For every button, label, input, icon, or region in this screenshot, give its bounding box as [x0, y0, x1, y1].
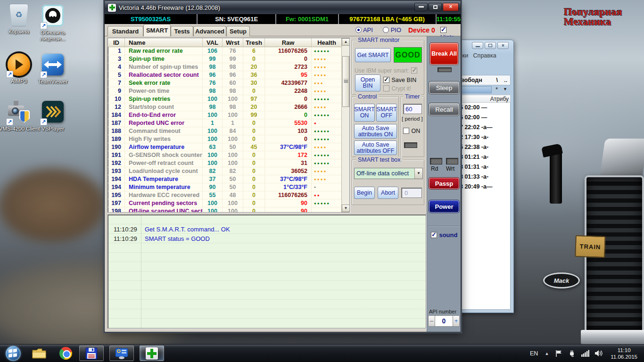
sleep-button[interactable]: Sleep	[429, 82, 459, 94]
file-row[interactable]: 15 02:00 —	[455, 113, 510, 123]
autosave-off-button[interactable]: Auto Save attributes OFF	[354, 140, 397, 155]
open-bin-button[interactable]: Open BIN	[355, 74, 380, 91]
minimize-button[interactable]	[472, 42, 483, 49]
timer-on-checkbox[interactable]: ON	[403, 126, 420, 135]
table-row[interactable]: 3Spin-up time999900●●●●	[108, 55, 349, 63]
hidden-icons-arrow-icon[interactable]: ▲	[545, 351, 549, 356]
autosave-on-button[interactable]: Auto Save attributes ON	[354, 124, 397, 139]
title-bar[interactable]: Victoria 4.46b Freeware (12.08.2008) ×	[105, 1, 461, 14]
tab-setup[interactable]: Setup	[226, 26, 250, 36]
passp-button[interactable]: Passp	[429, 178, 459, 189]
table-row[interactable]: 194Minimum temperature905001°C/33°F-	[108, 183, 349, 191]
tab-standard[interactable]: Standard	[107, 26, 143, 36]
smart-on-button[interactable]: SMART ON	[354, 104, 375, 122]
save-bin-checkbox[interactable]: Save BIN	[383, 75, 416, 84]
table-row[interactable]: 188Command timeout100840103●●●●●	[108, 127, 349, 135]
table-row[interactable]: 9Power-on time989802248●●●●	[108, 87, 349, 95]
table-row[interactable]: 10Spin-up retries100100970●●●●●	[108, 95, 349, 103]
radio-api[interactable]: API	[355, 26, 373, 33]
file-row[interactable]: 02 17:30 -а-	[455, 132, 510, 142]
table-row[interactable]: 192Power-off retract count100100031●●●●●	[108, 159, 349, 167]
taskbar-panel-app-button[interactable]	[109, 346, 134, 361]
table-row[interactable]: 189High Fly writes10010000●●●●●	[108, 135, 349, 143]
sound-checkbox[interactable]: sound	[431, 230, 457, 239]
break-all-button[interactable]: Break All	[430, 43, 458, 65]
table-row[interactable]: 198Off-line scanned UNC sectors100100090	[108, 207, 349, 213]
taskbar-chrome-button[interactable]	[58, 346, 74, 362]
table-row[interactable]: 7Seek error rate76603042339677●●●	[108, 79, 349, 87]
tray-clock[interactable]: 11:10 11.06.2015	[611, 347, 637, 360]
recall-button[interactable]: Recall	[429, 103, 459, 115]
table-scrollbar[interactable]: ▲ ▼	[341, 38, 349, 212]
abort-button[interactable]: Abort	[378, 187, 398, 199]
table-row[interactable]: 193Load/unload cycle count8282036052●●●●	[108, 167, 349, 175]
ibm-smart-checkbox[interactable]: Use IBM super smart:	[355, 66, 417, 74]
read-indicator	[430, 158, 442, 165]
up-dir-label[interactable]: ..	[504, 77, 507, 83]
column-header[interactable]: Health	[312, 38, 342, 47]
file-row[interactable]: 13 20:49 -а—	[455, 182, 510, 192]
scroll-down-icon[interactable]: ▼	[342, 205, 350, 212]
maximize-button[interactable]	[485, 42, 496, 49]
column-header[interactable]: VAL	[203, 38, 223, 47]
file-row[interactable]: 08 01:21 -а-	[455, 152, 510, 162]
file-row[interactable]: 08 01:33 -а-	[455, 172, 510, 182]
radio-pio[interactable]: PIO	[383, 26, 401, 33]
column-header[interactable]: Tresh	[243, 38, 265, 47]
file-row[interactable]: 07 22:02 -а—	[455, 123, 510, 132]
tab-tests[interactable]: Tests	[171, 26, 193, 36]
get-smart-button[interactable]: Get SMART	[355, 48, 391, 62]
test-select-dropdown[interactable]: Off-line data collect ▼	[354, 168, 423, 179]
taskbar-victoria-button[interactable]	[140, 346, 164, 361]
start-button[interactable]	[6, 346, 21, 361]
table-row[interactable]: 4Number of spin-up times9898202723●●●●	[108, 63, 349, 71]
dropdown-arrow-icon[interactable]: ▼	[414, 168, 422, 179]
power-plug-icon[interactable]	[568, 350, 576, 357]
tab-smart[interactable]: SMART	[143, 24, 171, 36]
desktop-icon-vsplayer[interactable]: ↗ VSPlayer	[31, 100, 74, 132]
maximize-button[interactable]	[429, 3, 442, 11]
crypt-checkbox[interactable]: Crypt it!	[383, 84, 411, 92]
table-row[interactable]: 197Current pending sectors100100090●●●●●	[108, 199, 349, 207]
menu-bar[interactable]: апки Справка	[456, 52, 496, 59]
column-header[interactable]: ID	[108, 38, 125, 47]
taskbar-floppy-app-button[interactable]	[79, 346, 104, 361]
table-row[interactable]: 195Hardware ECC recovered55480116076265●…	[108, 191, 349, 199]
scrollbar-thumb[interactable]	[342, 56, 349, 107]
close-button[interactable]: ×	[443, 3, 459, 11]
power-button[interactable]: Power	[429, 200, 459, 213]
close-button[interactable]: ×	[497, 42, 509, 49]
stepper-minus-button[interactable]: –	[428, 315, 435, 327]
language-indicator[interactable]: EN	[530, 350, 538, 357]
table-row[interactable]: 1Raw read error rate106766116076265●●●●●	[108, 47, 349, 55]
table-row[interactable]: 190Airflow temperature63504537°C/98°F●●●…	[108, 143, 349, 151]
table-row[interactable]: 184End-to-End error100100990●●●●●	[108, 111, 349, 119]
timer-period-input[interactable]: 60	[403, 104, 422, 114]
volume-icon[interactable]	[595, 350, 603, 357]
table-row[interactable]: 194HDA Temperature3750037°C/98°F●●●●	[108, 175, 349, 183]
table-row[interactable]: 5Reallocated sector count96963695●●●●	[108, 71, 349, 79]
table-row[interactable]: 187Reported UNC error1105530●	[108, 119, 349, 127]
file-row[interactable]: 08 01:31 -а-	[455, 162, 510, 172]
table-row[interactable]: 12Start/stop count9898202666●●●●	[108, 103, 349, 111]
stepper-plus-button[interactable]: +	[453, 315, 460, 327]
column-header[interactable]: Name	[125, 38, 203, 47]
begin-button[interactable]: Begin	[354, 187, 375, 199]
column-header[interactable]: Wrst	[223, 38, 243, 47]
action-center-flag-icon[interactable]	[555, 350, 562, 357]
minimize-button[interactable]	[414, 3, 428, 11]
desktop-icon-update-license[interactable]: ↗ Обновить лицензи...	[31, 4, 74, 42]
desktop-icon-teamviewer[interactable]: ↗ TeamViewer	[31, 53, 74, 85]
column-header-attributes[interactable]: Атрибу	[455, 95, 511, 103]
taskbar-explorer-button[interactable]	[31, 346, 47, 362]
scroll-up-icon[interactable]: ▲	[342, 38, 350, 46]
tab-advanced[interactable]: Advanced	[193, 26, 226, 36]
file-row[interactable]: 15 02:00 —	[455, 103, 510, 113]
dropdown-arrow-icon[interactable]: ▼	[503, 87, 507, 91]
smart-off-button[interactable]: SMART OFF	[376, 104, 397, 122]
test-counter-field[interactable]: 0	[401, 188, 422, 198]
file-row[interactable]: 15 22:38 -а-	[455, 142, 510, 152]
network-signal-icon[interactable]	[581, 350, 589, 357]
table-row[interactable]: 191G-SENSOR shock counter1001000172●●●●●	[108, 151, 349, 159]
column-header[interactable]: Raw	[265, 38, 312, 47]
